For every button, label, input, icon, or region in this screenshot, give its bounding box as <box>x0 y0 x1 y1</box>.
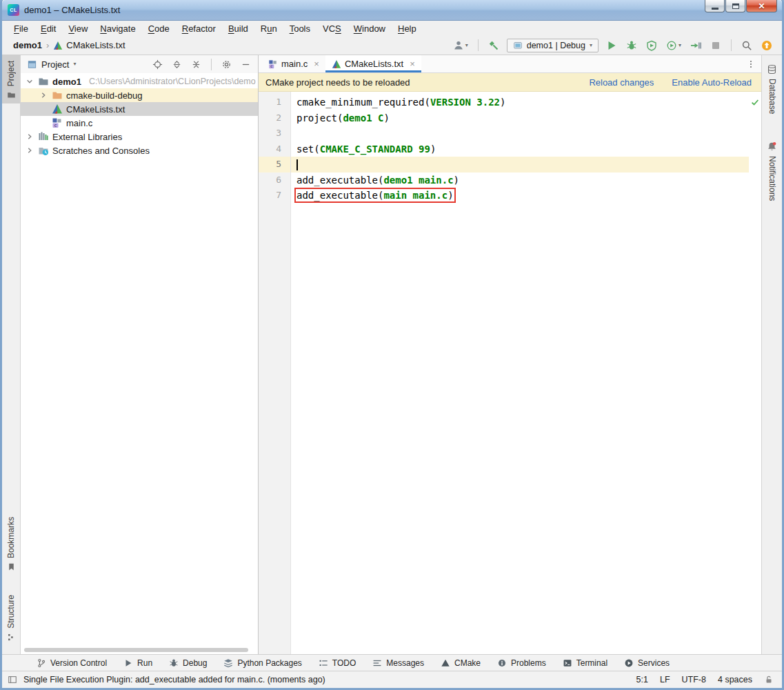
menu-item-window[interactable]: Window <box>348 22 392 35</box>
line-number[interactable]: 2 <box>259 110 290 126</box>
caret-position[interactable]: 5:1 <box>636 675 648 684</box>
minimize-button[interactable] <box>705 0 725 12</box>
tree-item-cmake-build-debug[interactable]: cmake-build-debug <box>21 88 258 102</box>
horizontal-scrollbar[interactable] <box>24 648 248 652</box>
user-profile-button[interactable]: ▾ <box>452 39 470 52</box>
build-button[interactable] <box>487 39 501 52</box>
update-button[interactable] <box>760 39 774 52</box>
title-bar[interactable]: CL demo1 – CMakeLists.txt ✕ <box>2 0 782 21</box>
toolwindow-button-version-control[interactable]: Version Control <box>28 658 115 668</box>
lock-toggle-icon[interactable] <box>764 675 774 684</box>
run-configuration-selector[interactable]: demo1 | Debug▾ <box>507 39 599 52</box>
run-button[interactable] <box>605 39 619 52</box>
run-with-coverage-button[interactable] <box>645 39 659 52</box>
select-opened-file-button[interactable] <box>151 58 164 71</box>
toolwindow-button-python-packages[interactable]: Python Packages <box>215 658 310 668</box>
toolwindow-label: Messages <box>386 658 424 668</box>
indent-style[interactable]: 4 spaces <box>718 675 752 684</box>
tree-item-cmakelists-txt[interactable]: CMakeLists.txt <box>21 102 258 116</box>
line-number[interactable]: 3 <box>259 126 290 141</box>
reload-changes-link[interactable]: Reload changes <box>589 77 654 88</box>
tool-strip-tab-bookmarks[interactable]: Bookmarks <box>2 511 20 575</box>
menu-item-build[interactable]: Build <box>222 22 254 35</box>
line-number[interactable]: 6 <box>259 172 290 188</box>
hide-panel-button[interactable] <box>239 58 252 71</box>
code-token: add_executable( <box>296 190 383 201</box>
maximize-button[interactable] <box>725 0 745 12</box>
close-tab-icon[interactable]: × <box>314 59 319 68</box>
tree-item-scratches-and-consoles[interactable]: Scratches and Consoles <box>21 144 258 157</box>
close-button[interactable]: ✕ <box>746 0 777 12</box>
menu-item-code[interactable]: Code <box>142 22 176 35</box>
tree-item-demo1[interactable]: demo1C:\Users\Administrator\CLionProject… <box>21 75 258 88</box>
menu-item-view[interactable]: View <box>62 22 94 35</box>
chevron-down-icon[interactable] <box>25 77 34 86</box>
chevron-down-icon[interactable]: ▾ <box>73 61 76 67</box>
line-separator[interactable]: LF <box>660 675 670 684</box>
toolwindow-button-problems[interactable]: Problems <box>489 658 554 668</box>
menu-bar: FileEditViewNavigateCodeRefactorBuildRun… <box>2 21 782 36</box>
line-number[interactable]: 4 <box>259 141 290 157</box>
project-panel-header: Project ▾ <box>21 55 258 73</box>
menu-item-help[interactable]: Help <box>392 22 423 35</box>
toolwindow-label: Version Control <box>50 658 107 668</box>
editor-tab-cmakelists-txt[interactable]: CMakeLists.txt× <box>325 55 421 72</box>
menu-item-vcs[interactable]: VCS <box>316 22 348 35</box>
menu-item-edit[interactable]: Edit <box>34 22 62 35</box>
menu-item-run[interactable]: Run <box>254 22 283 35</box>
stop-button[interactable] <box>709 39 723 52</box>
toolwindow-button-todo[interactable]: TODO <box>310 658 364 668</box>
debug-button[interactable] <box>625 39 639 52</box>
chevron-right-icon[interactable] <box>39 90 48 100</box>
chevron-right-icon[interactable] <box>25 132 34 141</box>
menu-item-tools[interactable]: Tools <box>283 22 316 35</box>
close-tab-icon[interactable]: × <box>410 59 415 68</box>
collapse-all-button[interactable] <box>190 58 203 71</box>
toolwindow-button-messages[interactable]: Messages <box>364 658 432 668</box>
tool-strip-tab-notifications[interactable]: Notifications <box>767 136 777 205</box>
tool-strip-tab-project[interactable]: Project <box>2 55 20 103</box>
toolwindow-button-debug[interactable]: Debug <box>161 658 215 668</box>
enable-auto-reload-link[interactable]: Enable Auto-Reload <box>672 77 752 88</box>
code-line[interactable]: project(demo1 C) <box>291 110 749 126</box>
toolwindow-label: Run <box>137 658 152 668</box>
code-line[interactable]: add_executable(main main.c) <box>291 188 749 204</box>
demo1-file-icon <box>38 76 49 87</box>
tree-item-external-libraries[interactable]: External Libraries <box>21 130 258 144</box>
code-line[interactable] <box>291 126 749 141</box>
menu-item-navigate[interactable]: Navigate <box>94 22 141 35</box>
breadcrumb-item-demo1[interactable]: demo1 <box>13 40 42 50</box>
search-everywhere-button[interactable] <box>740 39 754 52</box>
code-line[interactable]: set(CMAKE_C_STANDARD 99) <box>291 141 749 157</box>
file-encoding[interactable]: UTF-8 <box>682 675 706 684</box>
settings-button[interactable] <box>220 58 233 71</box>
toolwindow-button-run[interactable]: Run <box>115 658 161 668</box>
layout-icon[interactable] <box>8 675 17 684</box>
breadcrumb-item-cmakelists-txt[interactable]: CMakeLists.txt <box>53 40 125 50</box>
tool-strip-tab-structure[interactable]: Structure <box>2 589 20 646</box>
notification-text: CMake project needs to be reloaded <box>265 77 410 88</box>
editor-tab-main-c[interactable]: cmain.c× <box>262 55 325 72</box>
attach-to-process-button[interactable] <box>689 39 703 52</box>
code-line[interactable] <box>291 157 749 172</box>
code-line[interactable]: add_executable(demo1 main.c) <box>291 172 749 188</box>
code-area[interactable]: cmake_minimum_required(VERSION 3.22)proj… <box>291 92 749 654</box>
code-token: demo1 main.c <box>383 175 453 186</box>
expand-all-button[interactable] <box>170 58 183 71</box>
toolwindow-button-cmake[interactable]: CMake <box>432 658 489 668</box>
chevron-right-icon[interactable] <box>25 146 34 155</box>
tree-item-main-c[interactable]: cmain.c <box>21 116 258 130</box>
text-cursor <box>296 159 298 170</box>
line-number[interactable]: 7 <box>259 188 290 204</box>
tab-options-icon[interactable] <box>746 59 756 69</box>
line-number[interactable]: 1 <box>259 95 290 110</box>
menu-item-file[interactable]: File <box>8 22 34 35</box>
menu-item-refactor[interactable]: Refactor <box>176 22 222 35</box>
profiler-button[interactable]: ▾ <box>665 39 683 52</box>
line-number[interactable]: 5 <box>259 157 290 172</box>
code-line[interactable]: cmake_minimum_required(VERSION 3.22) <box>291 95 749 110</box>
toolwindow-button-services[interactable]: Services <box>616 658 678 668</box>
toolwindow-label: Python Packages <box>237 658 301 668</box>
toolwindow-button-terminal[interactable]: Terminal <box>554 658 616 668</box>
tool-strip-tab-database[interactable]: Database <box>767 59 777 118</box>
